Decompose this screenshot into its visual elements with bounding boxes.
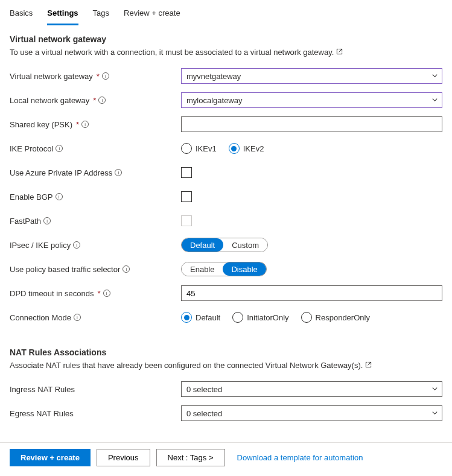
vng-section-desc: To use a virtual network with a connecti… xyxy=(10,48,334,57)
ipsec-custom[interactable]: Custom xyxy=(223,238,267,252)
info-icon[interactable]: i xyxy=(98,97,106,104)
required-icon: * xyxy=(97,289,100,298)
chevron-down-icon xyxy=(431,72,438,81)
tabs: Basics Settings Tags Review + create xyxy=(0,0,452,26)
radio-conn-responder[interactable]: ResponderOnly xyxy=(301,312,370,323)
vng-select[interactable]: myvnetgateway xyxy=(181,68,442,84)
footer: Review + create Previous Next : Tags > D… xyxy=(0,442,452,472)
tab-settings[interactable]: Settings xyxy=(47,5,78,25)
tab-basics[interactable]: Basics xyxy=(10,5,33,25)
fastpath-label: FastPath xyxy=(10,217,41,226)
nat-section-desc: Associate NAT rules that have already be… xyxy=(10,361,363,370)
lng-select[interactable]: mylocalgateway xyxy=(181,92,442,108)
fastpath-checkbox xyxy=(181,215,192,226)
ipsec-default[interactable]: Default xyxy=(182,238,223,252)
azure-private-checkbox[interactable] xyxy=(181,167,192,178)
info-icon[interactable]: i xyxy=(43,217,51,224)
azure-private-label: Use Azure Private IP Address xyxy=(10,168,112,177)
egress-label: Egress NAT Rules xyxy=(10,409,74,418)
radio-conn-initiator[interactable]: InitiatorOnly xyxy=(232,312,288,323)
ingress-label: Ingress NAT Rules xyxy=(10,385,75,394)
external-link-icon[interactable] xyxy=(365,361,372,370)
radio-ikev1[interactable]: IKEv1 xyxy=(181,143,217,154)
info-icon[interactable]: i xyxy=(115,169,122,176)
pbts-label: Use policy based traffic selector xyxy=(10,265,120,274)
required-icon: * xyxy=(97,72,100,81)
info-icon[interactable]: i xyxy=(123,265,130,273)
ingress-select[interactable]: 0 selected xyxy=(181,381,442,397)
enable-bgp-checkbox[interactable] xyxy=(181,191,192,202)
pbts-enable[interactable]: Enable xyxy=(182,262,223,276)
info-icon[interactable]: i xyxy=(102,72,109,80)
vng-section-title: Virtual network gateway xyxy=(10,34,442,44)
required-icon: * xyxy=(76,120,79,129)
info-icon[interactable]: i xyxy=(103,290,110,297)
info-icon[interactable]: i xyxy=(56,145,63,152)
external-link-icon[interactable] xyxy=(336,48,343,57)
ingress-select-value: 0 selected xyxy=(186,385,222,394)
radio-ikev2[interactable]: IKEv2 xyxy=(229,143,264,154)
ike-label: IKE Protocol xyxy=(10,144,53,153)
egress-select-value: 0 selected xyxy=(186,409,222,418)
conn-mode-label: Connection Mode xyxy=(10,313,71,322)
radio-ikev2-label: IKEv2 xyxy=(243,144,264,153)
radio-conn-responder-label: ResponderOnly xyxy=(316,313,370,322)
tab-tags[interactable]: Tags xyxy=(93,5,109,25)
nat-section-title: NAT Rules Associations xyxy=(10,347,442,357)
psk-label: Shared key (PSK) xyxy=(10,120,72,129)
info-icon[interactable]: i xyxy=(74,314,81,321)
enable-bgp-label: Enable BGP xyxy=(10,192,53,202)
radio-conn-default[interactable]: Default xyxy=(181,312,220,323)
pbts-disable[interactable]: Disable xyxy=(223,262,266,276)
radio-ikev1-label: IKEv1 xyxy=(196,144,217,153)
dpd-label: DPD timeout in seconds xyxy=(10,289,94,298)
dpd-input[interactable] xyxy=(181,285,442,301)
tab-review[interactable]: Review + create xyxy=(124,5,180,25)
download-template-link[interactable]: Download a template for automation xyxy=(237,453,363,462)
info-icon[interactable]: i xyxy=(56,193,63,200)
previous-button[interactable]: Previous xyxy=(97,449,150,466)
vng-select-value: myvnetgateway xyxy=(186,72,241,81)
required-icon: * xyxy=(93,96,96,105)
lng-select-value: mylocalgateway xyxy=(186,96,243,105)
next-button[interactable]: Next : Tags > xyxy=(156,449,225,466)
chevron-down-icon xyxy=(431,409,438,418)
info-icon[interactable]: i xyxy=(81,121,89,128)
ipsec-label: IPsec / IKE policy xyxy=(10,241,71,250)
lng-label: Local network gateway xyxy=(10,96,89,105)
pbts-toggle[interactable]: Enable Disable xyxy=(181,262,267,276)
radio-conn-default-label: Default xyxy=(196,313,220,322)
review-create-button[interactable]: Review + create xyxy=(10,449,91,466)
radio-conn-initiator-label: InitiatorOnly xyxy=(247,313,288,322)
chevron-down-icon xyxy=(431,96,438,105)
egress-select[interactable]: 0 selected xyxy=(181,405,442,421)
psk-input[interactable] xyxy=(181,116,442,132)
chevron-down-icon xyxy=(431,385,438,394)
vng-label: Virtual network gateway xyxy=(10,72,93,81)
info-icon[interactable]: i xyxy=(73,241,80,249)
ipsec-toggle[interactable]: Default Custom xyxy=(181,238,268,252)
